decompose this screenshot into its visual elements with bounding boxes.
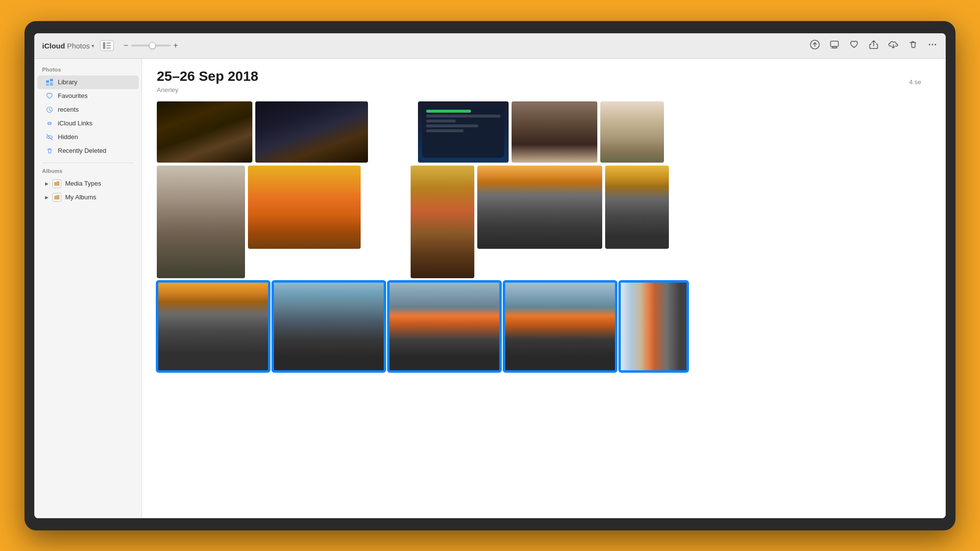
as-row <box>426 115 500 118</box>
albums-section-label: Albums <box>34 168 142 174</box>
as-row <box>426 120 456 122</box>
sidebar-toggle-button[interactable] <box>100 40 114 51</box>
photo-cell[interactable] <box>600 101 664 163</box>
photo-cell[interactable] <box>418 101 509 163</box>
svg-rect-11 <box>46 80 49 83</box>
photo-cell-selected[interactable] <box>157 281 270 372</box>
svg-rect-5 <box>831 41 838 47</box>
media-types-chevron: ▶ <box>45 181 49 186</box>
zoom-slider-thumb[interactable] <box>149 42 156 49</box>
library-icon <box>45 78 54 87</box>
zoom-out-button[interactable]: − <box>123 42 128 49</box>
sidebar-item-recently-deleted[interactable]: Recently Deleted <box>37 144 139 158</box>
recently-deleted-label: Recently Deleted <box>58 147 106 154</box>
library-label: Library <box>58 78 77 86</box>
photo-cell[interactable] <box>477 166 602 249</box>
screen: iCloud Photos ▾ − <box>34 33 946 518</box>
my-albums-label: My Albums <box>65 193 97 201</box>
sidebar-item-my-albums[interactable]: ▶ My Albums <box>37 191 139 204</box>
recently-deleted-icon <box>45 146 54 155</box>
as-row <box>426 110 470 113</box>
more-icon[interactable] <box>927 39 938 52</box>
sidebar-item-library[interactable]: Library <box>37 75 139 89</box>
photo-cell[interactable] <box>411 166 474 278</box>
my-albums-chevron: ▶ <box>45 195 49 200</box>
location-label: Anerley <box>157 86 931 94</box>
photo-cell-selected[interactable] <box>619 281 688 372</box>
share-icon[interactable] <box>868 39 879 52</box>
photo-cell[interactable] <box>255 101 368 163</box>
sidebar-item-favourites[interactable]: Favourites <box>37 89 139 103</box>
app-title-chevron: ▾ <box>92 43 94 48</box>
as-row <box>426 129 463 132</box>
trash-icon[interactable] <box>907 39 918 52</box>
svg-point-8 <box>929 44 931 45</box>
app-screenshot-inner <box>422 106 504 158</box>
sidebar: Photos Library <box>34 59 142 518</box>
recents-icon <box>45 105 54 114</box>
app-title-light: Photos <box>67 42 90 50</box>
airplay-icon[interactable] <box>829 39 840 52</box>
photo-row-2 <box>157 166 931 278</box>
upload-icon[interactable] <box>809 39 820 52</box>
icloud-links-icon <box>45 119 54 128</box>
photo-cell-selected[interactable] <box>388 281 501 372</box>
photo-cell-selected[interactable] <box>504 281 616 372</box>
sidebar-item-hidden[interactable]: Hidden <box>37 130 139 144</box>
svg-rect-13 <box>46 84 49 86</box>
svg-rect-12 <box>50 79 53 81</box>
as-row <box>426 124 478 127</box>
svg-point-9 <box>932 44 933 45</box>
count-label: 4 se <box>909 78 921 86</box>
zoom-in-button[interactable]: + <box>173 42 178 49</box>
icloud-links-label: iCloud Links <box>58 120 93 127</box>
photo-row-3-selected <box>157 281 931 372</box>
media-types-label: Media Types <box>65 180 101 187</box>
photo-cell[interactable] <box>605 166 669 249</box>
photo-cell[interactable] <box>248 166 361 249</box>
app-title[interactable]: iCloud Photos ▾ <box>42 42 94 50</box>
svg-rect-2 <box>106 45 111 46</box>
zoom-slider[interactable] <box>131 45 171 47</box>
photo-cell[interactable] <box>157 101 252 163</box>
photo-cell[interactable] <box>512 101 597 163</box>
hidden-label: Hidden <box>58 133 78 141</box>
sidebar-icon <box>103 42 111 49</box>
favourites-label: Favourites <box>58 92 88 99</box>
date-heading: 25–26 Sep 2018 <box>157 69 931 84</box>
svg-point-10 <box>935 44 936 45</box>
sidebar-divider <box>42 163 134 163</box>
laptop-frame: iCloud Photos ▾ − <box>24 21 956 530</box>
sidebar-item-media-types[interactable]: ▶ Media Types <box>37 177 139 191</box>
favourite-icon[interactable] <box>849 39 859 52</box>
sidebar-item-icloud-links[interactable]: iCloud Links <box>37 117 139 130</box>
svg-rect-0 <box>103 42 105 49</box>
svg-line-16 <box>47 134 52 140</box>
content-area: 25–26 Sep 2018 Anerley 4 se <box>142 59 946 518</box>
photo-cell[interactable] <box>157 166 245 278</box>
app-title-bold: iCloud <box>42 42 65 50</box>
photos-section-label: Photos <box>34 67 142 72</box>
svg-rect-1 <box>106 43 111 44</box>
content-header: 25–26 Sep 2018 Anerley 4 se <box>157 69 931 94</box>
icloud-download-icon[interactable] <box>888 39 899 52</box>
photo-row-1 <box>157 101 931 163</box>
svg-rect-3 <box>106 48 111 48</box>
main-area: Photos Library <box>34 59 946 518</box>
my-albums-folder-icon <box>52 193 61 202</box>
media-types-folder-icon <box>52 179 61 188</box>
favourites-icon <box>45 92 54 100</box>
sidebar-item-recents[interactable]: recents <box>37 103 139 117</box>
zoom-controls: − + <box>123 42 178 49</box>
toolbar-actions <box>809 39 938 52</box>
svg-rect-14 <box>50 82 53 86</box>
photo-cell-selected[interactable] <box>272 281 385 372</box>
titlebar: iCloud Photos ▾ − <box>34 33 946 59</box>
hidden-icon <box>45 133 54 142</box>
svg-rect-7 <box>831 48 838 48</box>
recents-label: recents <box>58 106 79 113</box>
